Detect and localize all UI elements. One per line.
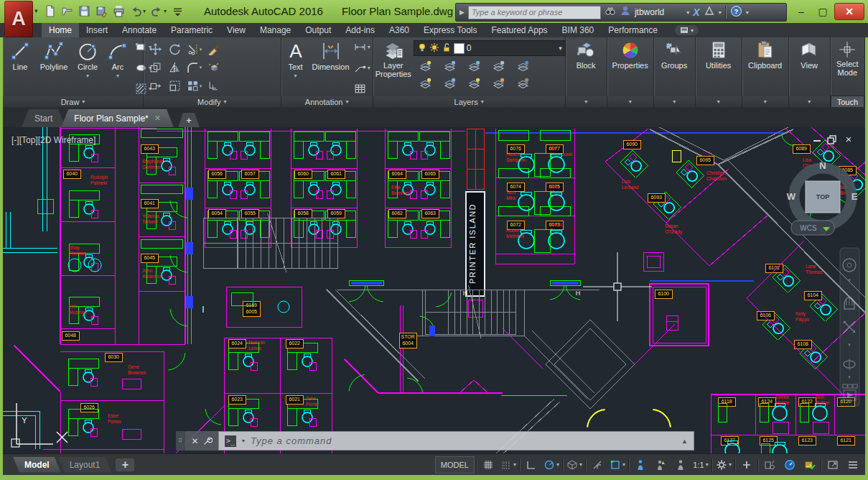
erase-button[interactable] (204, 40, 223, 58)
file-tab-floor-plan-sample-[interactable]: Floor Plan Sample*✕ (61, 109, 174, 127)
ribbon-tab-output[interactable]: Output (298, 23, 338, 37)
table-button[interactable] (354, 82, 370, 95)
groups-button[interactable]: Groups (661, 39, 687, 70)
layout-tab-layout1[interactable]: Layout1 (58, 457, 112, 473)
help-icon[interactable]: ? (730, 5, 742, 20)
touch-mode-button[interactable]: Touch (831, 96, 864, 107)
ribbon-tab-parametric[interactable]: Parametric (164, 23, 220, 37)
save-as-icon[interactable] (93, 2, 110, 20)
quick-properties-icon[interactable] (760, 457, 779, 473)
qat-menu-icon[interactable] (169, 2, 186, 20)
object-snap-tracking-icon[interactable] (588, 457, 607, 473)
status-customize-plus-icon[interactable] (737, 457, 756, 473)
help-dropdown-icon[interactable]: ▾ (746, 9, 749, 16)
new-icon[interactable] (42, 2, 58, 20)
minimize-button[interactable]: – (791, 4, 811, 19)
properties-button[interactable]: Properties (612, 39, 648, 70)
layer-thaw-icon[interactable] (429, 42, 439, 55)
new-file-tab-button[interactable]: + (178, 113, 200, 127)
layer-fade-button[interactable] (442, 57, 458, 73)
layer-unlock-icon[interactable] (442, 42, 452, 55)
explode-button[interactable] (204, 59, 223, 77)
layer-freeze-button[interactable] (467, 57, 482, 73)
layer-on-icon[interactable] (417, 42, 427, 55)
fillet-button[interactable]: ▾ (185, 59, 204, 77)
layer-dropdown-arrow-icon[interactable]: ▾ (559, 45, 562, 52)
ribbon-display-toggle[interactable]: ▾ (675, 25, 699, 35)
ribbon-tab-view[interactable]: View (220, 23, 253, 37)
layer-walk-button[interactable] (418, 75, 434, 91)
drawing-standards-icon[interactable] (801, 457, 819, 473)
panel-utilities-expander[interactable]: ▾ (696, 96, 742, 107)
ribbon-tab-add-ins[interactable]: Add-ins (338, 23, 382, 37)
command-line-close-icon[interactable]: ✕ (191, 436, 198, 446)
close-button[interactable]: ✕ (834, 3, 864, 20)
offset-button[interactable] (204, 77, 223, 95)
layer-prev-button[interactable] (467, 75, 482, 91)
ribbon-tab-a360[interactable]: A360 (382, 23, 416, 37)
polar-tracking-icon[interactable]: ▾ (542, 457, 561, 473)
trim-button[interactable]: ▾ (185, 40, 204, 58)
command-input[interactable]: Type a command (251, 435, 332, 446)
search-input[interactable] (468, 6, 601, 19)
viewport-controls-label[interactable]: [-][Top][2D Wireframe] (11, 135, 95, 145)
block-button[interactable]: Block (576, 39, 596, 70)
ribbon-tab-performance[interactable]: Performance (601, 23, 665, 37)
text-button[interactable]: AText▾ (284, 39, 308, 80)
ribbon-tab-bim-360[interactable]: BIM 360 (555, 23, 602, 37)
layer-color-swatch[interactable] (454, 43, 465, 54)
search-icon[interactable] (605, 5, 616, 19)
dimension-button[interactable]: Dimension (309, 39, 351, 71)
line-button[interactable]: Line (5, 39, 35, 80)
mirror-button[interactable] (165, 59, 185, 77)
plot-icon[interactable] (111, 2, 127, 20)
command-recent-dropdown-icon[interactable]: ▾ (242, 438, 245, 444)
exchange-apps-icon[interactable]: X (693, 6, 699, 18)
stretch-button[interactable] (146, 77, 165, 95)
workspace-switching-icon[interactable]: ▾ (714, 457, 733, 473)
ribbon-tab-express-tools[interactable]: Express Tools (416, 23, 484, 37)
command-prompt-icon[interactable]: >_ (225, 435, 236, 447)
model-space-toggle-button[interactable]: MODEL (435, 456, 475, 474)
layer-off-button[interactable] (515, 57, 531, 73)
annotation-scale-icon[interactable] (671, 457, 690, 473)
signin-dropdown-icon[interactable]: ▾ (686, 9, 689, 16)
undo-icon[interactable]: ▾ (128, 2, 148, 20)
ortho-mode-icon[interactable] (522, 457, 541, 473)
command-line-grip[interactable]: ⠿ (176, 431, 185, 451)
snap-mode-icon[interactable]: ▾ (499, 457, 518, 473)
move-button[interactable] (146, 40, 165, 58)
object-snap-icon[interactable]: ▾ (608, 457, 627, 473)
file-tab-close-icon[interactable]: ✕ (154, 114, 161, 123)
dim-linear-button[interactable]: ▾ (354, 40, 370, 53)
clipboard-button[interactable]: Clipboard (748, 39, 782, 70)
ribbon-tab-insert[interactable]: Insert (79, 23, 115, 37)
infocenter-collapse-icon[interactable]: ▶ (459, 9, 465, 16)
wcs-dropdown[interactable]: WCS (791, 221, 834, 235)
panel-layers-title[interactable]: Layers▾ (373, 96, 565, 107)
save-icon[interactable] (76, 2, 93, 20)
annotation-scale-value-button[interactable]: 1:1▾ (691, 457, 710, 473)
annotation-autoscale-icon[interactable] (651, 457, 670, 473)
app-menu-arrow-icon[interactable]: ▾ (34, 7, 38, 14)
copy-button[interactable] (146, 59, 165, 77)
layer-properties-button[interactable]: Layer Properties (375, 39, 411, 78)
app-menu-button[interactable]: A (4, 1, 33, 37)
array-button[interactable]: ▾ (185, 77, 204, 95)
panel-block-expander[interactable]: ▾ (566, 96, 607, 107)
drawing-window-controls[interactable]: × (813, 133, 851, 145)
utilities-button[interactable]: Utilities (706, 39, 731, 70)
rotate-button[interactable] (165, 40, 185, 58)
arc-button[interactable]: Arc▾ (103, 39, 133, 80)
annotation-visibility-icon[interactable] (631, 457, 650, 473)
navigation-bar[interactable]: ▾▾▾ (840, 248, 859, 406)
redo-icon[interactable]: ▾ (149, 2, 169, 20)
command-history-icon[interactable]: ▲ (681, 438, 688, 445)
customization-menu-icon[interactable] (844, 457, 862, 473)
panel-view-expander[interactable]: ▾ (789, 96, 830, 107)
polyline-button[interactable]: Polyline (35, 39, 73, 80)
panel-draw-title[interactable]: Draw▾ (3, 96, 143, 107)
command-line[interactable]: ⠿ ✕ >_ ▾ Type a command ▲ (176, 431, 694, 451)
panel-clipboard-expander[interactable]: ▾ (742, 96, 788, 107)
select-mode-button[interactable]: SelectMode (836, 39, 859, 77)
